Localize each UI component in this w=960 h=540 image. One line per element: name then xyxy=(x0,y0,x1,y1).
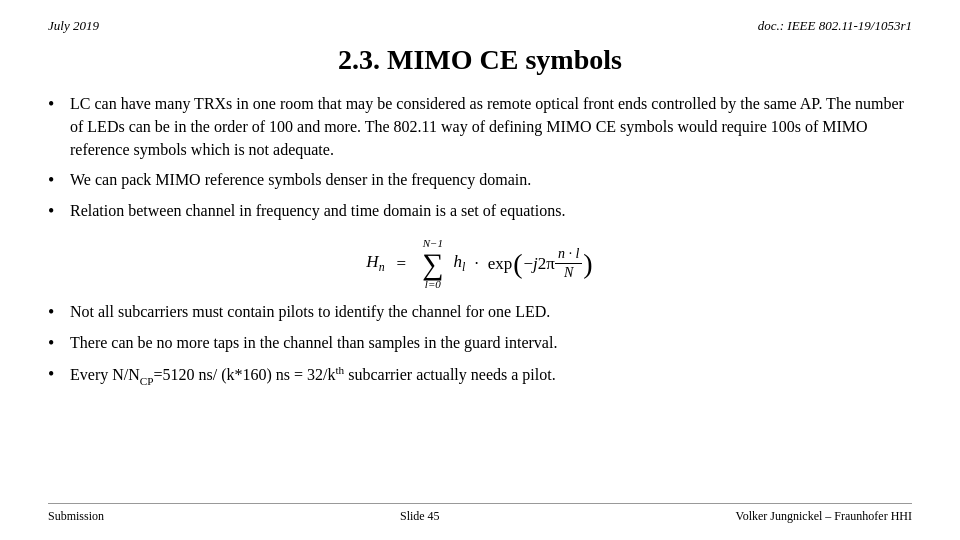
formula-exp: exp ( −j2π n · l N ) xyxy=(488,245,594,282)
formula-Hn: Hn xyxy=(366,252,384,275)
bullet-marker-1: • xyxy=(48,91,70,117)
header-date: July 2019 xyxy=(48,18,99,34)
header: July 2019 doc.: IEEE 802.11-19/1053r1 xyxy=(48,18,912,34)
bullet-2: • We can pack MIMO reference symbols den… xyxy=(48,168,912,193)
bullet-marker-4: • xyxy=(48,299,70,325)
sigma-symbol: ∑ xyxy=(422,249,443,279)
bullet-marker-3: • xyxy=(48,198,70,224)
formula-equals: = xyxy=(397,254,407,274)
bullet-text-2: We can pack MIMO reference symbols dense… xyxy=(70,168,912,191)
sigma-bottom: l=0 xyxy=(425,279,441,290)
bullet-text-1: LC can have many TRXs in one room that m… xyxy=(70,92,912,162)
bullet-text-5: There can be no more taps in the channel… xyxy=(70,331,912,354)
bullet-4: • Not all subcarriers must contain pilot… xyxy=(48,300,912,325)
bullet-marker-6: • xyxy=(48,361,70,387)
footer-slide: Slide 45 xyxy=(400,509,440,524)
slide: July 2019 doc.: IEEE 802.11-19/1053r1 2.… xyxy=(0,0,960,540)
content-area: • LC can have many TRXs in one room that… xyxy=(48,92,912,499)
formula: Hn = N−1 ∑ l=0 hl · exp ( −j2π n · l N xyxy=(366,238,593,290)
exp-paren-right: ) xyxy=(583,250,592,278)
bullet-marker-2: • xyxy=(48,167,70,193)
bullet-text-6: Every N/NCP=5120 ns/ (k*160) ns = 32/kth… xyxy=(70,362,912,389)
footer: Submission Slide 45 Volker Jungnickel – … xyxy=(48,503,912,524)
bullet-1: • LC can have many TRXs in one room that… xyxy=(48,92,912,162)
bullet-6: • Every N/NCP=5120 ns/ (k*160) ns = 32/k… xyxy=(48,362,912,389)
header-doc: doc.: IEEE 802.11-19/1053r1 xyxy=(758,18,912,34)
formula-cdot: · xyxy=(474,254,478,274)
slide-title: 2.3. MIMO CE symbols xyxy=(48,44,912,76)
footer-author: Volker Jungnickel – Fraunhofer HHI xyxy=(736,509,912,524)
formula-sigma: N−1 ∑ l=0 xyxy=(422,238,443,290)
footer-submission: Submission xyxy=(48,509,104,524)
formula-hl: hl xyxy=(454,252,466,275)
fraction-denominator: N xyxy=(561,264,576,282)
fraction-numerator: n · l xyxy=(555,245,582,264)
bullet-3: • Relation between channel in frequency … xyxy=(48,199,912,224)
bullet-marker-5: • xyxy=(48,330,70,356)
exp-paren-left: ( xyxy=(513,250,522,278)
bullet-text-4: Not all subcarriers must contain pilots … xyxy=(70,300,912,323)
formula-block: Hn = N−1 ∑ l=0 hl · exp ( −j2π n · l N xyxy=(48,238,912,290)
bullet-5: • There can be no more taps in the chann… xyxy=(48,331,912,356)
bullet-text-3: Relation between channel in frequency an… xyxy=(70,199,912,222)
